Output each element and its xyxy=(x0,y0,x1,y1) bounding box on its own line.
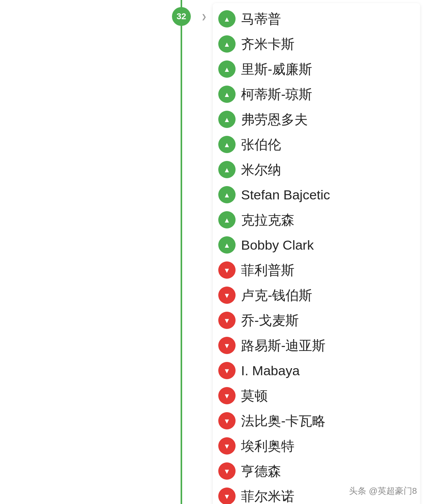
list-item: 克拉克森 xyxy=(213,207,420,232)
up-arrow-icon xyxy=(218,236,236,254)
arrow-symbol xyxy=(223,290,230,300)
list-item: 弗劳恩多夫 xyxy=(213,107,420,132)
player-name: 埃利奥特 xyxy=(241,438,294,454)
arrow-symbol xyxy=(223,215,230,225)
up-arrow-icon xyxy=(218,35,236,53)
arrow-symbol xyxy=(223,89,230,99)
list-item: 齐米卡斯 xyxy=(213,31,420,57)
player-name: 卢克-钱伯斯 xyxy=(241,287,312,303)
player-name: 亨德森 xyxy=(241,463,281,479)
list-item: 张伯伦 xyxy=(213,132,420,157)
down-arrow-icon xyxy=(218,312,236,329)
player-name: 里斯-威廉斯 xyxy=(241,61,312,77)
player-name: 乔-戈麦斯 xyxy=(241,312,299,329)
up-arrow-icon xyxy=(218,136,236,153)
arrow-symbol xyxy=(223,365,230,376)
player-name: Bobby Clark xyxy=(241,237,314,253)
down-arrow-icon xyxy=(218,261,236,279)
down-arrow-icon xyxy=(218,488,236,504)
arrow-symbol xyxy=(223,139,230,150)
down-arrow-icon xyxy=(218,362,236,379)
list-item: 里斯-威廉斯 xyxy=(213,57,420,82)
arrow-symbol xyxy=(223,14,230,24)
player-name: I. Mabaya xyxy=(241,363,300,379)
up-arrow-icon xyxy=(218,186,236,203)
down-arrow-icon xyxy=(218,437,236,455)
player-name: 莫顿 xyxy=(241,388,268,404)
list-item: Stefan Bajcetic xyxy=(213,182,420,207)
list-item: 马蒂普 xyxy=(213,6,420,31)
list-item: 柯蒂斯-琼斯 xyxy=(213,82,420,107)
arrow-symbol xyxy=(223,164,230,175)
list-item: Bobby Clark xyxy=(213,232,420,257)
up-arrow-icon xyxy=(218,60,236,78)
list-item: 路易斯-迪亚斯 xyxy=(213,333,420,358)
list-item: 亨德森 xyxy=(213,458,420,484)
list-item: 菲利普斯 xyxy=(213,257,420,283)
up-arrow-icon xyxy=(218,211,236,228)
player-name: 米尔纳 xyxy=(241,162,281,178)
down-arrow-icon xyxy=(218,387,236,404)
arrow-symbol xyxy=(223,265,230,275)
arrow-symbol xyxy=(223,190,230,200)
arrow-symbol xyxy=(223,491,230,501)
list-item: 法比奥-卡瓦略 xyxy=(213,408,420,433)
page-container: 32 ❯ 马蒂普齐米卡斯里斯-威廉斯柯蒂斯-琼斯弗劳恩多夫张伯伦米尔纳Stefa… xyxy=(0,0,424,504)
arrow-symbol xyxy=(223,391,230,401)
player-name: 马蒂普 xyxy=(241,11,281,27)
player-name: 菲尔米诺 xyxy=(241,488,294,504)
watermark: 头条 @英超豪门8 xyxy=(349,485,417,497)
list-item: 乔-戈麦斯 xyxy=(213,308,420,333)
arrow-symbol xyxy=(223,315,230,325)
player-name: 张伯伦 xyxy=(241,137,281,153)
player-name: 克拉克森 xyxy=(241,212,294,228)
round-badge: 32 xyxy=(172,7,191,26)
arrow-symbol xyxy=(223,114,230,124)
arrow-symbol xyxy=(223,64,230,74)
player-name: 菲利普斯 xyxy=(241,262,294,278)
collapse-arrow[interactable]: ❯ xyxy=(198,11,209,22)
timeline-line xyxy=(181,0,182,504)
list-item: 莫顿 xyxy=(213,383,420,408)
up-arrow-icon xyxy=(218,161,236,178)
player-name: 法比奥-卡瓦略 xyxy=(241,413,325,429)
arrow-symbol xyxy=(223,466,230,476)
list-item: 卢克-钱伯斯 xyxy=(213,283,420,308)
arrow-symbol xyxy=(223,416,230,426)
arrow-symbol xyxy=(223,441,230,451)
down-arrow-icon xyxy=(218,287,236,304)
up-arrow-icon xyxy=(218,111,236,128)
list-item: 米尔纳 xyxy=(213,157,420,182)
up-arrow-icon xyxy=(218,10,236,27)
players-panel: 马蒂普齐米卡斯里斯-威廉斯柯蒂斯-琼斯弗劳恩多夫张伯伦米尔纳Stefan Baj… xyxy=(213,3,420,504)
arrow-symbol xyxy=(223,240,230,250)
player-name: 路易斯-迪亚斯 xyxy=(241,338,325,354)
player-name: 柯蒂斯-琼斯 xyxy=(241,86,312,102)
list-item: 埃利奥特 xyxy=(213,433,420,458)
down-arrow-icon xyxy=(218,337,236,354)
down-arrow-icon xyxy=(218,412,236,429)
list-item: I. Mabaya xyxy=(213,358,420,383)
player-name: 弗劳恩多夫 xyxy=(241,111,308,128)
player-name: 齐米卡斯 xyxy=(241,36,294,52)
arrow-symbol xyxy=(223,340,230,351)
player-name: Stefan Bajcetic xyxy=(241,187,330,203)
down-arrow-icon xyxy=(218,462,236,480)
up-arrow-icon xyxy=(218,86,236,103)
arrow-symbol xyxy=(223,39,230,49)
